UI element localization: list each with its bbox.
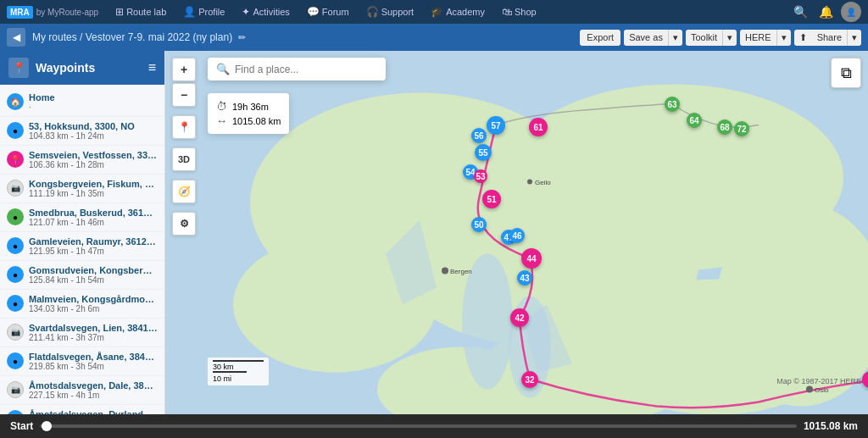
- export-button[interactable]: Export: [580, 30, 620, 46]
- route-bar: ◀ My routes / Vestover 7-9. mai 2022 (ny…: [0, 24, 868, 51]
- share-caret[interactable]: ▾: [847, 30, 861, 46]
- toolkit-button[interactable]: Toolkit ▾: [686, 30, 737, 46]
- logo-box: MRA: [7, 6, 33, 19]
- here-button[interactable]: HERE ▾: [740, 30, 791, 46]
- progress-bar[interactable]: [40, 424, 797, 428]
- waypoints-icon: 📍: [8, 58, 29, 78]
- nav-shop[interactable]: 🛍 Shop: [495, 0, 543, 24]
- wp-content: Flatdalsvegen, Åsane, 3841, NO 219.85 km…: [29, 352, 158, 371]
- wp-name: Malmveien, Kongsgårdmoen, 3615, NO: [29, 294, 158, 304]
- waypoints-list: 🏠 Home · ● 53, Hokksund, 3300, NO 104.83…: [0, 85, 164, 414]
- wp-meta: 121.95 km - 1h 47m: [29, 247, 158, 256]
- nav-support[interactable]: 🎧 Support: [359, 0, 421, 24]
- waypoint-item[interactable]: ● Gomsrudveien, Kongsberg, 3613, NO 125.…: [0, 261, 164, 290]
- search-input[interactable]: [235, 64, 377, 75]
- settings-button[interactable]: ⚙: [172, 212, 196, 236]
- map-pin[interactable]: 51: [482, 190, 501, 208]
- waypoint-item[interactable]: 📍 Semsveien, Vestfossen, 3320, NO 106.36…: [0, 146, 164, 175]
- waypoint-item[interactable]: 📷 Åmotsdalsvegen, Dale, 3841, NO 227.15 …: [0, 376, 164, 405]
- waypoint-item[interactable]: ● Gamleveien, Raumyr, 3612, NO 121.95 km…: [0, 232, 164, 261]
- map-pin[interactable]: 64: [687, 113, 702, 128]
- sidebar-menu-button[interactable]: ≡: [148, 60, 156, 75]
- wp-icon: 📷: [7, 324, 24, 341]
- scale-line-10mi: [213, 371, 247, 373]
- svg-point-17: [527, 180, 532, 185]
- here-caret[interactable]: ▾: [776, 30, 791, 46]
- wp-icon: ●: [7, 122, 24, 139]
- waypoint-item[interactable]: 🏠 Home ·: [0, 88, 164, 117]
- wp-content: Gomsrudveien, Kongsberg, 3613, NO 125.84…: [29, 265, 158, 285]
- map-pin[interactable]: 50: [471, 217, 487, 232]
- map-pin[interactable]: 72: [734, 121, 749, 136]
- layer-toggle-button[interactable]: ⧉: [831, 58, 861, 88]
- search-button[interactable]: 🔍: [790, 2, 810, 22]
- wp-icon: ●: [7, 266, 24, 283]
- map-area[interactable]: Bergen Oslo Geilo + − 📍 3D 🧭 ⚙ 🔍: [165, 51, 868, 414]
- forum-icon: 💬: [307, 6, 320, 18]
- breadcrumb-route: Vestover 7-9. mai 2022 (ny plan): [86, 31, 232, 43]
- nav-academy[interactable]: 🎓 Academy: [424, 0, 492, 24]
- waypoint-item[interactable]: 📷 Svartdalsvegen, Lien, 3841, NO 211.41 …: [0, 319, 164, 347]
- nav-routelab-label: Route lab: [126, 7, 166, 17]
- trip-duration-row: ⏱ 19h 36m: [216, 100, 281, 113]
- start-label: Start: [10, 420, 33, 432]
- map-pin[interactable]: 43: [517, 270, 532, 286]
- breadcrumb-root[interactable]: My routes: [32, 31, 77, 43]
- shop-icon: 🛍: [502, 6, 512, 18]
- wp-icon: ●: [7, 352, 24, 369]
- waypoint-item[interactable]: ● Smedbrua, Buskerud, 3612, NO 121.07 km…: [0, 203, 164, 232]
- waypoint-item[interactable]: 📷 Kongsbergveien, Fiskum, 3322, NO 111.1…: [0, 175, 164, 203]
- map-pin[interactable]: 68: [717, 119, 732, 135]
- wp-name: Åmotsdalsvegen, Dale, 3841, NO: [29, 380, 158, 391]
- share-button[interactable]: ⬆ Share ▾: [794, 30, 861, 46]
- nav-activities[interactable]: ✦ Activities: [235, 0, 296, 24]
- nav-profile[interactable]: 👤 Profile: [176, 0, 231, 24]
- wp-content: Malmveien, Kongsgårdmoen, 3615, NO 134.0…: [29, 294, 158, 313]
- logo[interactable]: MRA by MyRoute-app: [7, 6, 98, 19]
- wp-meta: 134.03 km - 2h 6m: [29, 304, 158, 313]
- svg-point-13: [442, 268, 448, 274]
- map-pin[interactable]: 53: [474, 169, 487, 183]
- wp-name: 53, Hokksund, 3300, NO: [29, 121, 158, 131]
- wp-name: Flatdalsvegen, Åsane, 3841, NO: [29, 352, 158, 362]
- svg-text:Bergen: Bergen: [450, 268, 472, 275]
- zoom-in-button[interactable]: +: [172, 58, 196, 81]
- route-edit-icon[interactable]: ✏: [238, 32, 246, 42]
- map-pin[interactable]: 42: [510, 308, 529, 327]
- toolkit-caret[interactable]: ▾: [722, 30, 737, 46]
- wp-icon: ●: [7, 295, 24, 312]
- waypoint-item[interactable]: ● 53, Hokksund, 3300, NO 104.83 km - 1h …: [0, 117, 164, 146]
- wp-name: Svartdalsvegen, Lien, 3841, NO: [29, 323, 158, 333]
- compass-button[interactable]: 🧭: [172, 180, 196, 203]
- save-as-button[interactable]: Save as ▾: [624, 30, 682, 46]
- wp-content: Kongsbergveien, Fiskum, 3322, NO 111.19 …: [29, 179, 158, 198]
- map-pin[interactable]: 56: [471, 128, 487, 143]
- map-pin[interactable]: 55: [475, 144, 492, 161]
- waypoint-item[interactable]: ● Åmotsdalsvegen, Dyrland, NO 228.93 km …: [0, 405, 164, 414]
- map-pin[interactable]: 46: [509, 228, 525, 243]
- share-label: Share: [812, 30, 847, 45]
- waypoint-item[interactable]: ● Malmveien, Kongsgårdmoen, 3615, NO 134…: [0, 290, 164, 319]
- notification-button[interactable]: 🔔: [815, 2, 836, 22]
- wp-icon: ●: [7, 208, 24, 225]
- map-pin[interactable]: 63: [665, 97, 680, 112]
- map-pin[interactable]: 32: [521, 371, 538, 388]
- main-layout: 📍 Waypoints ≡ 🏠 Home · ● 53, Hokksund, 3…: [0, 51, 868, 414]
- nav-routelab[interactable]: ⊞ Route lab: [108, 0, 173, 24]
- zoom-out-button[interactable]: −: [172, 83, 196, 107]
- wp-meta: 104.83 km - 1h 24m: [29, 131, 158, 141]
- terrain-button[interactable]: 3D: [172, 147, 196, 171]
- user-avatar[interactable]: 👤: [841, 2, 861, 22]
- map-pin[interactable]: 4: [862, 371, 868, 388]
- locate-button[interactable]: 📍: [172, 115, 196, 139]
- bottom-bar: Start 1015.08 km: [0, 414, 868, 438]
- map-pin[interactable]: 44: [521, 248, 542, 269]
- save-as-caret[interactable]: ▾: [668, 30, 682, 46]
- route-actions: Export Save as ▾ Toolkit ▾ HERE ▾ ⬆ Shar…: [580, 30, 861, 46]
- progress-thumb[interactable]: [42, 421, 52, 431]
- nav-forum[interactable]: 💬 Forum: [300, 0, 356, 24]
- waypoint-item[interactable]: ● Flatdalsvegen, Åsane, 3841, NO 219.85 …: [0, 347, 164, 376]
- back-button[interactable]: ◀: [7, 28, 25, 47]
- map-pin[interactable]: 57: [487, 116, 505, 135]
- map-pin[interactable]: 61: [529, 118, 548, 136]
